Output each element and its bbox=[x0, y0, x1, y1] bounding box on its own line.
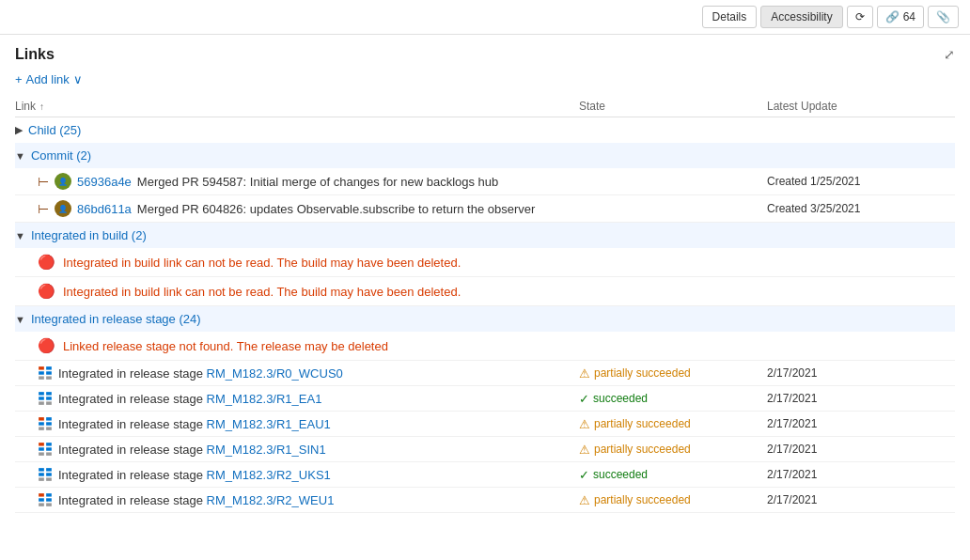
release-date-5: 2/17/2021 bbox=[767, 468, 955, 481]
release-link-3[interactable]: RM_M182.3/R1_EAU1 bbox=[207, 417, 331, 431]
svg-rect-3 bbox=[46, 366, 52, 369]
accessibility-button[interactable]: Accessibility bbox=[760, 6, 842, 28]
svg-rect-31 bbox=[39, 498, 44, 501]
release-status-3: ⚠ partially succeeded bbox=[579, 417, 767, 431]
svg-rect-19 bbox=[39, 447, 44, 450]
attachment-icon: 📎 bbox=[936, 10, 950, 23]
svg-rect-12 bbox=[39, 417, 44, 420]
release-item-2: Integrated in release stage RM_M182.3/R1… bbox=[15, 386, 955, 412]
error-icon-2: 🔴 bbox=[38, 283, 55, 300]
svg-rect-34 bbox=[46, 498, 52, 501]
commit-branch-icon-1: ⊢ bbox=[38, 174, 49, 189]
svg-rect-17 bbox=[46, 427, 52, 429]
error-icon-1: 🔴 bbox=[38, 254, 55, 271]
group-release-label: Integrated in release stage (24) bbox=[31, 312, 201, 326]
release-text-5: Integrated in release stage RM_M182.3/R2… bbox=[58, 468, 331, 482]
release-item-6: Integrated in release stage RM_M182.3/R2… bbox=[15, 488, 955, 513]
release-status-2: ✓ succeeded bbox=[579, 392, 767, 406]
release-item-5: Integrated in release stage RM_M182.3/R2… bbox=[15, 462, 955, 488]
svg-rect-1 bbox=[39, 371, 44, 374]
svg-rect-0 bbox=[39, 366, 44, 369]
commit-hash-2[interactable]: 86bd611a bbox=[77, 202, 132, 216]
svg-rect-14 bbox=[39, 427, 44, 429]
status-label-3: partially succeeded bbox=[594, 417, 691, 430]
details-button[interactable]: Details bbox=[702, 6, 758, 28]
group-row-release[interactable]: ▼ Integrated in release stage (24) bbox=[15, 306, 955, 332]
commit-hash-1[interactable]: 56936a4e bbox=[77, 175, 132, 189]
history-button[interactable]: ⟳ bbox=[847, 6, 873, 28]
svg-rect-18 bbox=[39, 443, 44, 445]
attachment-button[interactable]: 📎 bbox=[928, 6, 959, 28]
release-link-1[interactable]: RM_M182.3/R0_WCUS0 bbox=[207, 366, 343, 381]
svg-rect-24 bbox=[39, 468, 44, 471]
release-date-4: 2/17/2021 bbox=[767, 443, 955, 456]
avatar-2: 👤 bbox=[55, 200, 71, 217]
group-build-label: Integrated in build (2) bbox=[31, 228, 147, 242]
avatar-1: 👤 bbox=[55, 173, 71, 190]
error-text-2: Integrated in build link can not be read… bbox=[63, 285, 461, 299]
commit-branch-icon-2: ⊢ bbox=[38, 201, 49, 216]
svg-rect-21 bbox=[46, 443, 52, 445]
svg-rect-30 bbox=[39, 493, 44, 496]
release-link-col-6: Integrated in release stage RM_M182.3/R2… bbox=[15, 492, 579, 507]
sort-ascending-icon[interactable]: ↑ bbox=[39, 101, 44, 112]
group-row-commit[interactable]: ▼ Commit (2) bbox=[15, 143, 955, 168]
release-item-4: Integrated in release stage RM_M182.3/R1… bbox=[15, 437, 955, 462]
plus-icon: + bbox=[15, 72, 23, 86]
status-label-2: succeeded bbox=[593, 392, 648, 405]
release-link-col-4: Integrated in release stage RM_M182.3/R1… bbox=[15, 442, 579, 457]
release-link-6[interactable]: RM_M182.3/R2_WEU1 bbox=[207, 493, 335, 507]
commit-link-col-2: ⊢ 👤 86bd611a Merged PR 604826: updates O… bbox=[15, 200, 579, 217]
warning-icon-1: ⚠ bbox=[579, 366, 590, 381]
svg-rect-16 bbox=[46, 422, 52, 425]
expand-icon[interactable]: ⤢ bbox=[944, 47, 955, 62]
commit-link-col-1: ⊢ 👤 56936a4e Merged PR 594587: Initial m… bbox=[15, 173, 579, 190]
group-row-build[interactable]: ▼ Integrated in build (2) bbox=[15, 223, 955, 248]
release-text-3: Integrated in release stage RM_M182.3/R1… bbox=[58, 417, 331, 431]
add-link-label: Add link bbox=[26, 72, 70, 86]
svg-rect-9 bbox=[46, 392, 52, 395]
warning-icon-6: ⚠ bbox=[579, 493, 590, 507]
warning-icon-3: ⚠ bbox=[579, 417, 590, 431]
build-error-1: 🔴 Integrated in build link can not be re… bbox=[15, 248, 955, 277]
links-header: Links ⤢ bbox=[15, 46, 955, 63]
release-stage-icon-1 bbox=[38, 366, 53, 381]
chevron-right-icon: ▶ bbox=[15, 124, 23, 136]
col-latest-update: Latest Update bbox=[767, 100, 955, 113]
chevron-down-build-icon: ▼ bbox=[15, 230, 25, 241]
svg-rect-32 bbox=[39, 503, 44, 506]
release-date-1: 2/17/2021 bbox=[767, 366, 955, 380]
release-link-col-3: Integrated in release stage RM_M182.3/R1… bbox=[15, 416, 579, 431]
release-link-2[interactable]: RM_M182.3/R1_EA1 bbox=[207, 392, 322, 406]
release-text-4: Integrated in release stage RM_M182.3/R1… bbox=[58, 443, 326, 457]
release-date-3: 2/17/2021 bbox=[767, 417, 955, 430]
links-button[interactable]: 🔗 64 bbox=[877, 6, 924, 28]
release-date-6: 2/17/2021 bbox=[767, 493, 955, 506]
commit-item-1: ⊢ 👤 56936a4e Merged PR 594587: Initial m… bbox=[15, 168, 955, 195]
svg-rect-7 bbox=[39, 397, 44, 399]
release-link-4[interactable]: RM_M182.3/R1_SIN1 bbox=[207, 443, 326, 457]
svg-rect-22 bbox=[46, 447, 52, 450]
history-icon: ⟳ bbox=[855, 10, 865, 23]
release-link-col-1: Integrated in release stage RM_M182.3/R0… bbox=[15, 366, 579, 381]
svg-rect-8 bbox=[39, 401, 44, 404]
group-row-child[interactable]: ▶ Child (25) bbox=[15, 117, 955, 143]
svg-rect-4 bbox=[46, 371, 52, 374]
scroll-area[interactable]: ▶ Child (25) ▼ Commit (2) ⊢ 👤 56936a4e M… bbox=[15, 117, 955, 552]
svg-rect-33 bbox=[46, 493, 52, 496]
link-icon: 🔗 bbox=[885, 10, 900, 23]
svg-rect-2 bbox=[39, 376, 44, 379]
release-stage-icon-5 bbox=[38, 467, 53, 482]
release-link-5[interactable]: RM_M182.3/R2_UKS1 bbox=[207, 468, 331, 482]
add-link-button[interactable]: + Add link ∨ bbox=[15, 72, 83, 86]
check-icon-2: ✓ bbox=[579, 392, 589, 406]
svg-rect-5 bbox=[46, 376, 52, 379]
warning-icon-4: ⚠ bbox=[579, 443, 590, 457]
release-text-1: Integrated in release stage RM_M182.3/R0… bbox=[58, 366, 343, 381]
build-error-2: 🔴 Integrated in build link can not be re… bbox=[15, 277, 955, 306]
status-label-6: partially succeeded bbox=[594, 493, 691, 506]
svg-rect-10 bbox=[46, 397, 52, 399]
release-link-col-5: Integrated in release stage RM_M182.3/R2… bbox=[15, 467, 579, 482]
status-label-4: partially succeeded bbox=[594, 443, 691, 456]
svg-rect-25 bbox=[39, 473, 44, 475]
